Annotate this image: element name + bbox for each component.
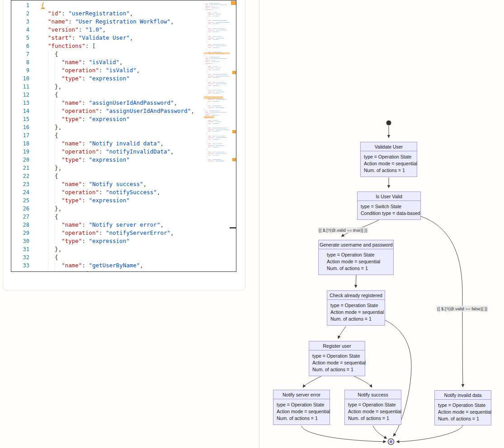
state-title: Validate User <box>361 142 417 151</box>
state-node-validate-user: Validate User type = Operation State Act… <box>360 142 417 177</box>
line-number: 15 <box>11 115 29 123</box>
code-line[interactable]: 21 }, <box>11 164 204 172</box>
code-line[interactable]: 5 "start": "Validate User", <box>11 34 204 42</box>
state-prop: type = Operation State <box>312 353 362 359</box>
state-prop: Num. of actions = 1 <box>364 167 414 174</box>
line-number: 14 <box>11 107 29 115</box>
state-body: type = Operation State Action mode = seq… <box>309 350 365 376</box>
line-number: 16 <box>11 123 29 131</box>
code-line[interactable]: 29 "operation": "notifyServerError", <box>11 229 204 237</box>
code-line[interactable]: 2 "id": "userRegistration", <box>11 9 204 18</box>
code-line[interactable]: 12 { <box>11 91 204 99</box>
edge-generate-to-check <box>356 275 356 288</box>
state-prop: Action mode = sequential <box>327 258 391 265</box>
code-area[interactable]: 1{2 "id": "userRegistration",3 "name": "… <box>11 1 204 271</box>
code-line[interactable]: 8 "name": "isValid", <box>11 58 204 66</box>
state-prop: type = Operation State <box>327 252 391 258</box>
line-number: 20 <box>11 156 29 164</box>
line-number: 34 <box>11 270 29 271</box>
line-number: 12 <box>11 91 29 99</box>
line-number: 7 <box>11 50 29 58</box>
code-line[interactable]: 30 "type": "expression" <box>11 237 204 245</box>
code-line[interactable]: 9 "operation": "isValid", <box>11 66 204 75</box>
state-title: Notify invalid data <box>435 391 491 400</box>
code-line[interactable]: 20 "type": "expression" <box>11 156 204 164</box>
line-number: 23 <box>11 180 29 188</box>
line-number: 18 <box>11 140 29 148</box>
edge-isvalid-to-notifyinvalid <box>421 216 463 387</box>
state-prop: Action mode = sequential <box>277 408 327 415</box>
state-prop: type = Operation State <box>364 154 414 160</box>
code-line[interactable]: 6 "functions": [ <box>11 42 204 50</box>
line-number: 27 <box>11 213 29 221</box>
line-number: 11 <box>11 83 29 91</box>
code-line[interactable]: 26 }, <box>11 205 204 213</box>
overview-ruler[interactable] <box>230 1 236 271</box>
code-line[interactable]: 11 }, <box>11 83 204 91</box>
start-state-node <box>386 121 391 126</box>
code-line[interactable]: 15 "type": "expression" <box>11 115 204 123</box>
state-prop: Condition type = data-based <box>361 210 418 217</box>
state-prop: Num. of actions = 1 <box>438 415 488 422</box>
state-body: type = Operation State Action mode = seq… <box>319 249 393 275</box>
code-line[interactable]: 31 }, <box>11 245 204 253</box>
state-title: Generate username and password <box>319 240 393 249</box>
state-title: Notify server error <box>273 390 330 399</box>
line-number: 1 <box>11 1 29 9</box>
state-prop: Num. of actions = 1 <box>277 415 327 422</box>
code-line[interactable]: 7 { <box>11 50 204 58</box>
minimap-content: { "id": "userRegistration", "name": "Use… <box>204 1 209 162</box>
ruler-mark <box>231 1 236 5</box>
line-number: 6 <box>11 42 29 50</box>
code-line[interactable]: 22 { <box>11 172 204 180</box>
line-number: 22 <box>11 172 29 180</box>
line-number: 2 <box>11 9 29 18</box>
code-line[interactable]: 24 "operation": "notifySuccess", <box>11 188 204 196</box>
code-line[interactable]: 3 "name": "User Registration Workflow", <box>11 18 204 26</box>
state-prop: Action mode = sequential <box>330 309 382 316</box>
line-number: 25 <box>11 196 29 205</box>
code-line[interactable]: 1{ <box>11 1 204 9</box>
code-line[interactable]: 10 "type": "expression" <box>11 75 204 83</box>
code-line[interactable]: 23 "name": "Notify success", <box>11 180 204 188</box>
code-line[interactable]: 19 "operation": "notifyInvalidData", <box>11 148 204 156</box>
code-line[interactable]: 14 "operation": "assignUserIdAndPassword… <box>11 107 204 115</box>
line-number: 24 <box>11 188 29 196</box>
json-code-editor[interactable]: 1{2 "id": "userRegistration",3 "name": "… <box>11 0 236 272</box>
code-line[interactable]: 28 "name": "Notify server error", <box>11 221 204 229</box>
end-state-node-inner <box>390 440 392 443</box>
edge-notifyservererror-to-end <box>301 426 386 442</box>
code-line[interactable]: 18 "name": "Notify invalid data", <box>11 140 204 148</box>
state-node-generate-username-password: Generate username and password type = Op… <box>318 240 394 275</box>
minimap-highlight <box>204 116 214 118</box>
edge-notifysuccess-to-end <box>373 426 387 439</box>
line-number: 13 <box>11 99 29 107</box>
code-line[interactable]: 34 "operation": "getUserByName", <box>11 270 204 271</box>
code-line[interactable]: 33 "name": "getUserByName", <box>11 261 204 270</box>
editor-minimap[interactable]: { "id": "userRegistration", "name": "Use… <box>204 1 230 271</box>
code-line[interactable]: 27 { <box>11 213 204 221</box>
edge-label-valid-true: {{ $.[?(@.valid == true)] }} <box>318 227 368 233</box>
line-number: 5 <box>11 34 29 42</box>
state-prop: Action mode = sequential <box>312 359 362 366</box>
line-number: 32 <box>11 253 29 261</box>
code-line[interactable]: 13 "name": "assignUserIdAndPassword", <box>11 99 204 107</box>
code-line[interactable]: 32 { <box>11 253 204 261</box>
state-node-notify-invalid-data: Notify invalid data type = Operation Sta… <box>434 390 491 425</box>
state-title: Register user <box>309 341 365 350</box>
state-node-notify-server-error: Notify server error type = Operation Sta… <box>273 390 330 425</box>
line-number: 30 <box>11 237 29 245</box>
state-title: Notify success <box>345 390 401 399</box>
code-line[interactable]: 17 { <box>11 131 204 140</box>
code-line[interactable]: 16 }, <box>11 123 204 131</box>
workflow-edges <box>259 0 504 448</box>
minimap-highlight <box>204 52 230 54</box>
code-line[interactable]: 4 "version": "1.0", <box>11 26 204 34</box>
ruler-mark <box>232 71 236 74</box>
ruler-mark <box>232 158 236 161</box>
state-prop: Num. of actions = 1 <box>330 316 382 322</box>
code-line[interactable]: 25 "type": "expression" <box>11 196 204 205</box>
state-body: type = Operation State Action mode = seq… <box>435 400 491 425</box>
state-title: Check already registered <box>327 291 385 300</box>
state-body: type = Switch State Condition type = dat… <box>358 201 420 219</box>
